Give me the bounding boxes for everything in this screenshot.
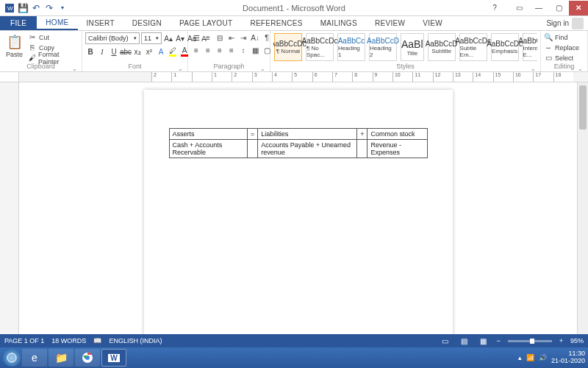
- status-language[interactable]: ENGLISH (INDIA): [109, 337, 162, 344]
- increase-indent-icon[interactable]: ⇥: [238, 32, 248, 43]
- document-pane[interactable]: Asserts = Liabilities + Common stock Cas…: [19, 82, 577, 334]
- multilevel-icon[interactable]: ⊟: [215, 32, 225, 43]
- find-button[interactable]: 🔍Find: [544, 32, 579, 42]
- style--no-spac-[interactable]: AaBbCcDc¶ No Spac...: [306, 33, 334, 61]
- paste-button[interactable]: 📋 Paste: [3, 32, 26, 60]
- table-cell[interactable]: Accounts Payable + Unearned revenue: [258, 140, 357, 158]
- qat-customize-icon[interactable]: ▾: [57, 3, 68, 13]
- tab-view[interactable]: VIEW: [414, 16, 451, 30]
- page[interactable]: Asserts = Liabilities + Common stock Cas…: [144, 90, 453, 334]
- table-cell[interactable]: Common stock: [368, 129, 427, 140]
- table-cell[interactable]: Asserts: [169, 129, 247, 140]
- vertical-scrollbar[interactable]: [577, 82, 588, 334]
- select-button[interactable]: ▭Select: [544, 53, 579, 63]
- style-intense-e-[interactable]: AaBbCcDcIntense E...: [523, 33, 537, 61]
- tab-file[interactable]: FILE: [0, 16, 37, 30]
- web-layout-icon[interactable]: ▦: [477, 336, 489, 345]
- proofing-icon[interactable]: 📖: [93, 337, 101, 344]
- horizontal-ruler[interactable]: 21123456789101112131415161718: [19, 72, 588, 82]
- tab-references[interactable]: REFERENCES: [241, 16, 311, 30]
- tab-review[interactable]: REVIEW: [366, 16, 414, 30]
- taskbar-chrome-icon[interactable]: [75, 349, 100, 367]
- tab-design[interactable]: DESIGN: [123, 16, 171, 30]
- table-cell[interactable]: [357, 140, 368, 158]
- justify-icon[interactable]: ≡: [226, 45, 237, 55]
- style-title[interactable]: AaBlTitle: [401, 33, 424, 61]
- vertical-ruler[interactable]: [0, 82, 19, 334]
- text-effects-icon[interactable]: A: [156, 46, 166, 57]
- style--normal[interactable]: AaBbCcDc¶ Normal: [274, 33, 302, 61]
- tray-network-icon[interactable]: 📶: [526, 354, 534, 361]
- zoom-out-button[interactable]: −: [496, 337, 500, 344]
- table-cell[interactable]: Cash + Accounts Recervable: [169, 140, 247, 158]
- status-words[interactable]: 18 WORDS: [51, 337, 86, 344]
- highlight-icon[interactable]: 🖊: [168, 46, 178, 57]
- numbering-icon[interactable]: ≡: [203, 32, 213, 43]
- scrollbar-thumb[interactable]: [579, 85, 587, 130]
- bold-button[interactable]: B: [85, 46, 96, 57]
- taskbar-word-icon[interactable]: W: [101, 349, 126, 367]
- shrink-font-icon[interactable]: A▾: [175, 33, 185, 43]
- style-heading-2[interactable]: AaBbCcDHeading 2: [369, 33, 397, 61]
- format-painter-button[interactable]: 🖌Format Painter: [28, 53, 79, 63]
- table-cell[interactable]: Liabilities: [258, 129, 357, 140]
- save-icon[interactable]: 💾: [18, 3, 28, 13]
- start-button[interactable]: [3, 349, 21, 367]
- strikethrough-button[interactable]: abc: [121, 46, 131, 57]
- ribbon-display-icon[interactable]: ▭: [509, 1, 528, 15]
- align-center-icon[interactable]: ≡: [203, 45, 213, 55]
- print-layout-icon[interactable]: ▤: [458, 336, 470, 345]
- align-left-icon[interactable]: ≡: [191, 45, 201, 55]
- font-name-combo[interactable]: Calibri (Body)▾: [85, 32, 140, 44]
- status-page[interactable]: PAGE 1 OF 1: [4, 337, 44, 344]
- close-icon[interactable]: ✕: [569, 1, 588, 15]
- italic-button[interactable]: I: [97, 46, 107, 57]
- bullets-icon[interactable]: ☰: [191, 32, 201, 43]
- zoom-slider[interactable]: [508, 340, 552, 342]
- superscript-button[interactable]: x²: [144, 46, 154, 57]
- table-cell[interactable]: Revenue - Expenses: [368, 140, 427, 158]
- help-icon[interactable]: ?: [485, 1, 504, 15]
- underline-button[interactable]: U: [109, 46, 119, 57]
- subscript-button[interactable]: x₂: [132, 46, 143, 57]
- minimize-icon[interactable]: —: [529, 1, 548, 15]
- document-table[interactable]: Asserts = Liabilities + Common stock Cas…: [169, 128, 428, 158]
- undo-icon[interactable]: ↶: [31, 3, 41, 13]
- font-size-combo[interactable]: 11▾: [141, 32, 162, 44]
- table-cell[interactable]: [247, 140, 257, 158]
- cut-button[interactable]: ✂Cut: [28, 32, 79, 42]
- read-mode-icon[interactable]: ▭: [439, 336, 451, 345]
- select-label: Select: [555, 54, 573, 62]
- redo-icon[interactable]: ↷: [44, 3, 54, 13]
- style-subtle-em-[interactable]: AaBbCcDcSubtle Em...: [459, 33, 487, 61]
- sign-in[interactable]: Sign in: [546, 16, 588, 30]
- style-heading-1[interactable]: AaBbCcHeading 1: [337, 33, 365, 61]
- style-subtitle[interactable]: AaBbCcDSubtitle: [428, 33, 456, 61]
- maximize-icon[interactable]: ▢: [549, 1, 568, 15]
- table-row[interactable]: Cash + Accounts Recervable Accounts Paya…: [169, 140, 427, 158]
- table-cell[interactable]: =: [247, 129, 257, 140]
- svg-text:W: W: [7, 5, 13, 12]
- table-row[interactable]: Asserts = Liabilities + Common stock: [169, 129, 427, 140]
- tray-volume-icon[interactable]: 🔊: [539, 354, 547, 361]
- tab-home[interactable]: HOME: [37, 16, 77, 30]
- decrease-indent-icon[interactable]: ⇤: [226, 32, 237, 43]
- tab-mailings[interactable]: MAILINGS: [312, 16, 366, 30]
- shading-icon[interactable]: ▦: [250, 45, 260, 55]
- replace-button[interactable]: ↔Replace: [544, 43, 579, 52]
- tab-insert[interactable]: INSERT: [78, 16, 123, 30]
- line-spacing-icon[interactable]: ↕: [238, 45, 248, 55]
- taskbar-ie-icon[interactable]: e: [22, 349, 47, 367]
- zoom-slider-knob[interactable]: [530, 339, 534, 344]
- grow-font-icon[interactable]: A▴: [163, 33, 173, 43]
- zoom-level[interactable]: 95%: [570, 337, 584, 344]
- align-right-icon[interactable]: ≡: [215, 45, 225, 55]
- sort-icon[interactable]: A↓: [250, 32, 260, 43]
- tray-chevron-icon[interactable]: ▴: [518, 354, 522, 361]
- zoom-in-button[interactable]: +: [559, 337, 563, 344]
- taskbar-explorer-icon[interactable]: 📁: [49, 349, 74, 367]
- table-cell[interactable]: +: [357, 129, 368, 140]
- style-emphasis[interactable]: AaBbCcDcEmphasis: [491, 33, 519, 61]
- taskbar-clock[interactable]: 11:30 21-01-2020: [551, 350, 585, 365]
- tab-page-layout[interactable]: PAGE LAYOUT: [171, 16, 241, 30]
